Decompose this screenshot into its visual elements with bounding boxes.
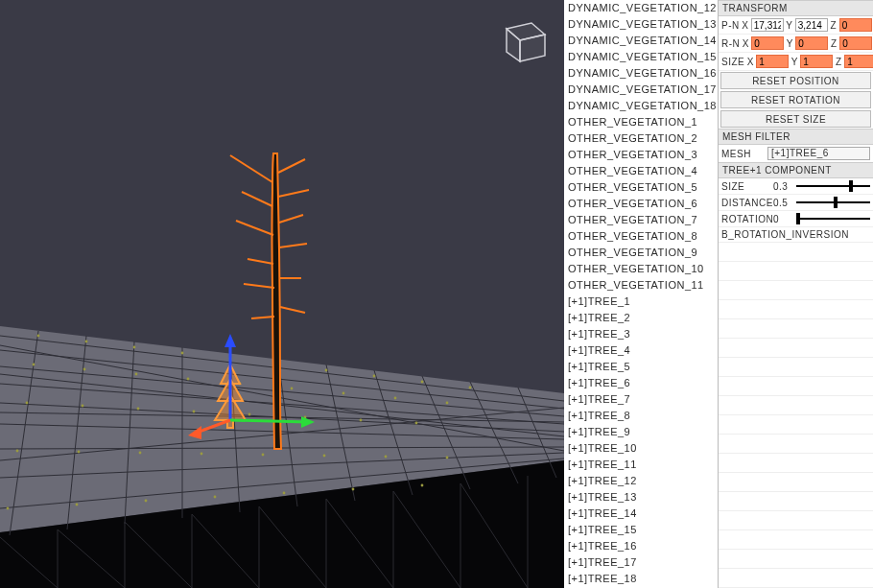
hierarchy-item[interactable]: [+1]TREE_11 [566, 457, 716, 473]
hierarchy-item[interactable]: [+1]TREE_13 [566, 489, 716, 506]
svg-point-59 [323, 455, 326, 458]
svg-point-56 [139, 452, 142, 455]
y-label: Y [786, 20, 793, 31]
hierarchy-item[interactable]: [+1]TREE_3 [566, 326, 716, 342]
orientation-gizmo[interactable] [493, 10, 551, 67]
svg-point-33 [325, 369, 328, 372]
reset-size-button[interactable]: RESET SIZE [720, 110, 871, 128]
hierarchy-item[interactable]: [+1]TREE_15 [566, 522, 716, 538]
hierarchy-item[interactable]: OTHER_VEGETATION_3 [566, 147, 716, 163]
hierarchy-item[interactable]: [+1]TREE_9 [566, 424, 716, 440]
hierarchy-item[interactable]: OTHER_VEGETATION_6 [566, 196, 716, 212]
position-y-input[interactable] [795, 18, 828, 32]
hierarchy-item[interactable]: DYNAMIC_VEGETATION_18 [566, 98, 716, 114]
scene-svg [0, 0, 564, 588]
mesh-filter-header: MESH FILTER [719, 129, 873, 145]
hierarchy-item[interactable]: OTHER_VEGETATION_9 [566, 245, 716, 261]
svg-point-54 [16, 450, 19, 453]
svg-point-47 [82, 405, 84, 408]
rotation-y-input[interactable] [795, 36, 828, 50]
hierarchy-item[interactable]: OTHER_VEGETATION_1 [566, 114, 716, 130]
reset-rotation-button[interactable]: RESET ROTATION [720, 91, 871, 108]
hierarchy-item[interactable]: OTHER_VEGETATION_5 [566, 179, 716, 196]
tree-rotation-row: ROTATION 0 [719, 211, 873, 227]
hierarchy-item[interactable]: OTHER_VEGETATION_10 [566, 261, 716, 277]
transform-header: TRANSFORM [719, 0, 873, 16]
position-x-input[interactable] [751, 18, 784, 32]
tree-distance-slider[interactable] [796, 197, 870, 208]
hierarchy-item[interactable]: [+1]TREE_17 [566, 554, 716, 571]
hierarchy-item[interactable]: [+1]TREE_5 [566, 359, 716, 375]
rn-label: R-N [721, 38, 740, 49]
hierarchy-item[interactable]: [+1]TREE_6 [566, 375, 716, 391]
svg-point-36 [469, 387, 472, 389]
svg-point-58 [262, 454, 265, 457]
hierarchy-item[interactable]: OTHER_VEGETATION_4 [566, 163, 716, 179]
svg-point-28 [85, 341, 88, 343]
svg-point-53 [415, 422, 418, 425]
svg-point-55 [78, 451, 81, 454]
svg-point-29 [133, 346, 136, 349]
hierarchy-item[interactable]: [+1]TREE_14 [566, 506, 716, 522]
hierarchy-item[interactable]: DYNAMIC_VEGETATION_17 [566, 82, 716, 98]
hierarchy-item[interactable]: DYNAMIC_VEGETATION_15 [566, 49, 716, 65]
hierarchy-item[interactable]: DYNAMIC_VEGETATION_12 [566, 0, 716, 16]
tree-size-row: SIZE 0.3 [719, 178, 873, 195]
hierarchy-item[interactable]: [+1]TREE_1 [566, 294, 716, 310]
svg-point-38 [83, 368, 86, 371]
scale-x-input[interactable] [756, 55, 789, 68]
hierarchy-item[interactable]: [+1]TREE_4 [566, 342, 716, 359]
reset-position-button[interactable]: RESET POSITION [720, 72, 871, 89]
position-z-input[interactable] [839, 18, 872, 32]
inspector-panel: TRANSFORM P-N X Y Z R-N X Y Z SIZE X Y [718, 0, 873, 588]
pn-label: P-N [721, 20, 740, 31]
rotation-z-input[interactable] [839, 36, 872, 50]
hierarchy-item[interactable]: DYNAMIC_VEGETATION_16 [566, 65, 716, 82]
svg-point-60 [385, 456, 388, 459]
hierarchy-item[interactable]: [+1]TREE_2 [566, 310, 716, 326]
tree-rotation-slider[interactable] [796, 213, 870, 224]
orientation-cube-icon [493, 10, 551, 67]
svg-point-68 [421, 484, 424, 487]
tree-size-slider[interactable] [796, 180, 870, 192]
tree-rotation-value: 0 [773, 214, 792, 224]
hierarchy-item[interactable]: OTHER_VEGETATION_11 [566, 277, 716, 294]
svg-point-46 [26, 402, 29, 405]
svg-point-40 [187, 378, 190, 381]
hierarchy-item[interactable]: [+1]TREE_8 [566, 408, 716, 424]
hierarchy-item[interactable]: OTHER_VEGETATION_7 [566, 212, 716, 228]
scale-z-input[interactable] [844, 55, 873, 68]
inspector-empty-area [719, 243, 873, 588]
svg-line-103 [230, 420, 309, 422]
size-label: SIZE [721, 57, 744, 67]
svg-point-61 [446, 457, 449, 459]
svg-point-30 [181, 352, 184, 355]
transform-size-row: SIZE X Y Z [719, 53, 873, 71]
svg-point-45 [446, 402, 449, 405]
tree-distance-value: 0.5 [773, 198, 792, 208]
mesh-filter-row: MESH [+1]TREE_6 [719, 145, 873, 162]
scale-y-input[interactable] [800, 55, 833, 68]
transform-position-row: P-N X Y Z [719, 16, 873, 35]
hierarchy-item[interactable]: [+1]TREE_16 [566, 538, 716, 554]
hierarchy-item[interactable]: [+1]TREE_12 [566, 473, 716, 489]
svg-point-42 [291, 388, 294, 390]
hierarchy-panel[interactable]: DYNAMIC_VEGETATION_12DYNAMIC_VEGETATION_… [564, 0, 718, 588]
svg-point-48 [137, 408, 140, 411]
b-rotation-inversion-toggle[interactable]: B_ROTATION_INVERSION [719, 227, 873, 243]
tree-distance-row: DISTANCE 0.5 [719, 195, 873, 211]
hierarchy-item[interactable]: [+1]TREE_10 [566, 440, 716, 457]
svg-point-34 [373, 375, 376, 378]
hierarchy-item[interactable]: [+1]TREE_18 [566, 571, 716, 587]
hierarchy-item[interactable]: OTHER_VEGETATION_2 [566, 130, 716, 147]
viewport-3d[interactable] [0, 0, 564, 588]
rotation-x-input[interactable] [751, 36, 784, 50]
hierarchy-item[interactable]: OTHER_VEGETATION_8 [566, 228, 716, 245]
hierarchy-item[interactable]: DYNAMIC_VEGETATION_14 [566, 33, 716, 49]
svg-point-35 [421, 381, 424, 384]
hierarchy-item[interactable]: DYNAMIC_VEGETATION_13 [566, 16, 716, 33]
svg-point-57 [201, 453, 203, 456]
mesh-field[interactable]: [+1]TREE_6 [767, 147, 870, 160]
hierarchy-item[interactable]: [+1]TREE_7 [566, 391, 716, 408]
svg-point-37 [33, 364, 35, 366]
